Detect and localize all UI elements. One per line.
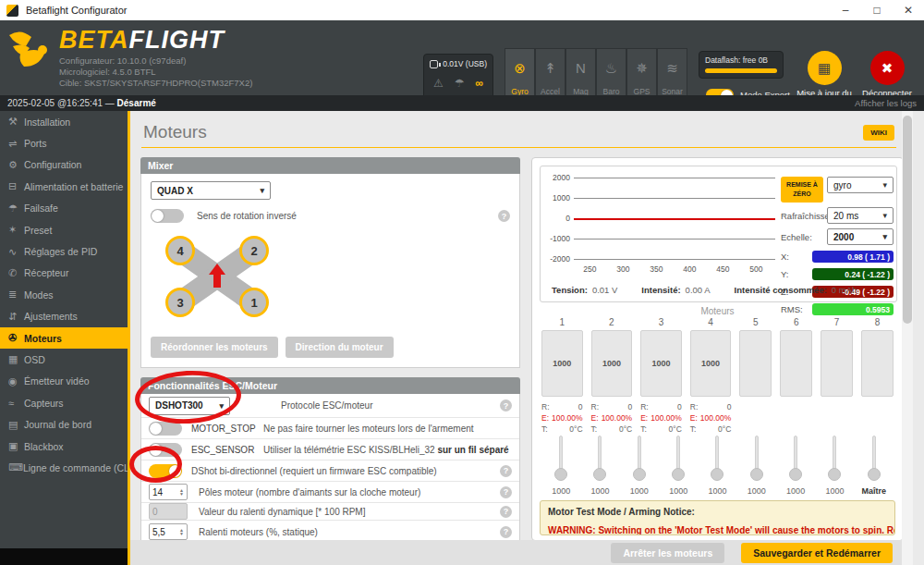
motor-poles-input[interactable]: 14▲▼ xyxy=(149,484,188,500)
help-icon[interactable]: ? xyxy=(500,506,512,518)
disconnect-button[interactable]: ✖ Déconnecter xyxy=(846,51,924,98)
slider-knob[interactable] xyxy=(828,468,841,481)
notice-warning: WARNING: Switching on the 'Motor Test Mo… xyxy=(548,525,887,535)
stepper-arrows-icon[interactable]: ▲▼ xyxy=(179,528,184,535)
slider-knob[interactable] xyxy=(672,468,685,481)
logbook-icon: ▤ xyxy=(8,419,24,431)
version-info: Configurateur: 10.10.0 (c97deaf) Microlo… xyxy=(59,55,252,89)
help-icon[interactable]: ? xyxy=(500,465,512,477)
blackbox-icon: ▣ xyxy=(8,440,24,452)
master-slider[interactable]: Maître xyxy=(855,436,894,496)
content-scrollbar[interactable] xyxy=(902,111,913,565)
slider-knob[interactable] xyxy=(789,468,802,481)
motor-test-notice: Motor Test Mode / Arming Notice: WARNING… xyxy=(540,500,895,535)
motor-slider-1[interactable]: 1000 xyxy=(541,436,580,496)
sidebar-item-configuration[interactable]: ⚙Configuration xyxy=(0,154,128,176)
betaflight-logo-icon xyxy=(7,26,55,89)
motor-slider-3[interactable]: 1000 xyxy=(620,436,659,496)
esc-protocol-select[interactable]: DSHOT300▾ xyxy=(149,397,230,415)
scrollbar-thumb[interactable] xyxy=(903,116,912,324)
motor-testing-panel: 2000 1000 0 -1000 -2000 250 300 350 xyxy=(531,157,904,541)
wiki-button[interactable]: WIKI xyxy=(863,125,894,141)
reversed-rotation-toggle[interactable] xyxy=(151,209,184,223)
motor-slider-8[interactable]: 1000 xyxy=(815,436,854,496)
show-logs-link[interactable]: Afficher les logs xyxy=(855,98,917,108)
sidebar-item-video-transmitter[interactable]: ◉Émetteur vidéo xyxy=(0,371,128,392)
sensor-gps: ✵ GPS xyxy=(626,48,657,101)
sidebar-item-blackbox[interactable]: ▣Blackbox xyxy=(0,436,128,457)
help-icon[interactable]: ? xyxy=(498,210,510,222)
sidebar-item-ports[interactable]: ⇌Ports xyxy=(0,132,128,154)
close-button[interactable]: ✕ xyxy=(893,0,924,20)
maximize-button[interactable]: □ xyxy=(861,0,893,20)
sidebar-item-sensors[interactable]: ≈Capteurs xyxy=(0,392,128,413)
axis-y-badge[interactable]: 0.24 ( -1.22 ) xyxy=(812,268,894,280)
vtx-icon: ◉ xyxy=(8,375,24,387)
save-reboot-button[interactable]: Sauvegarder et Redémarrer xyxy=(741,543,893,563)
forward-arrow-icon xyxy=(209,264,225,289)
cpu-chip-icon: ▦ xyxy=(818,60,831,77)
help-icon[interactable]: ? xyxy=(500,399,512,411)
motor-slider-7[interactable]: 1000 xyxy=(776,436,815,496)
esc-features-panel: DSHOT300▾ Protocole ESC/moteur ? MOTOR_S… xyxy=(140,394,520,544)
help-icon[interactable]: ? xyxy=(500,486,512,498)
help-icon[interactable]: ? xyxy=(500,526,512,538)
reset-zero-button[interactable]: REMISE À ZÉRO xyxy=(781,177,823,203)
chevron-down-icon: ▾ xyxy=(260,186,264,195)
motor-stop-toggle[interactable] xyxy=(149,422,182,436)
osd-icon: ▦ xyxy=(8,353,24,365)
reorder-motors-button[interactable]: Réordonner les moteurs xyxy=(151,337,278,358)
graph-source-select[interactable]: gyro▾ xyxy=(827,177,894,193)
sidebar-item-receiver[interactable]: ✆Récepteur xyxy=(0,263,128,284)
motor-3-marker: 3 xyxy=(165,288,195,317)
sidebar-item-osd[interactable]: ▦OSD xyxy=(0,349,128,370)
sonar-icon: ≋ xyxy=(666,49,678,87)
minimize-button[interactable]: – xyxy=(830,0,861,20)
axis-x-badge[interactable]: 0.98 ( 1.71 ) xyxy=(812,251,894,263)
sidebar-item-motors[interactable]: ✇Moteurs xyxy=(0,327,128,349)
static-idle-input[interactable]: 5,5▲▼ xyxy=(149,523,188,540)
esc-sensor-toggle[interactable] xyxy=(149,443,182,457)
footer-bar: Arrêter les moteurs Sauvegarder et Redém… xyxy=(130,540,902,565)
scale-select[interactable]: 2000▾ xyxy=(827,228,894,245)
arming-status: 2025-02-05 @16:25:41 — Désarmé xyxy=(7,98,156,108)
motor-direction-button[interactable]: Direction du moteur xyxy=(286,337,394,358)
motor-slider-2[interactable]: 1000 xyxy=(580,436,619,496)
motor-stop-name: MOTOR_STOP xyxy=(191,424,263,434)
slider-knob[interactable] xyxy=(593,468,606,481)
sidebar-item-pid-tuning[interactable]: ∿Réglages de PID xyxy=(0,240,128,262)
magic-wand-icon: ✶ xyxy=(8,224,24,236)
wrench-icon: ⚒ xyxy=(8,116,24,128)
mixer-panel: QUAD X▾ Sens de rotation inversé ? 4 2 3… xyxy=(140,174,520,368)
sidebar-item-installation[interactable]: ⚒Installation xyxy=(0,111,128,132)
stop-motors-button[interactable]: Arrêter les moteurs xyxy=(611,543,724,563)
refresh-select[interactable]: 20 ms▾ xyxy=(827,207,894,224)
sidebar-item-logbook[interactable]: ▤Journal de bord xyxy=(0,413,128,435)
sidebar-item-modes[interactable]: ≣Modes xyxy=(0,284,128,305)
gyro-graph-plot xyxy=(574,178,775,261)
slider-knob[interactable] xyxy=(750,468,763,481)
slider-knob[interactable] xyxy=(554,468,567,481)
sidebar-item-failsafe[interactable]: ☂Failsafe xyxy=(0,198,128,219)
sidebar-item-preset[interactable]: ✶Preset xyxy=(0,219,128,240)
sidebar-item-cli[interactable]: ⌨Ligne de commande (CLI) xyxy=(0,457,128,478)
motor-bar-7: 7 xyxy=(821,317,853,435)
sidebar-item-power-battery[interactable]: ⊟Alimentation et batterie xyxy=(0,176,128,197)
slider-knob[interactable] xyxy=(868,468,881,481)
motor-bar-4: 4 1000 R:0 E:100.00% T:0°C xyxy=(690,317,732,435)
slider-knob[interactable] xyxy=(711,468,723,481)
chevron-down-icon: ▾ xyxy=(882,211,887,220)
motor-poles-label: Pôles moteur (nombre d'aimants sur la cl… xyxy=(199,487,420,497)
mixer-type-select[interactable]: QUAD X▾ xyxy=(151,181,271,200)
chevron-down-icon: ▾ xyxy=(219,401,224,411)
motor-slider-6[interactable]: 1000 xyxy=(737,436,776,496)
dynamic-idle-input: 0 xyxy=(149,503,188,520)
reversed-rotation-label: Sens de rotation inversé xyxy=(197,211,297,221)
slider-knob[interactable] xyxy=(633,468,646,481)
sidebar-item-adjustments[interactable]: ⇵Ajustements xyxy=(0,306,128,327)
bidirectional-dshot-toggle[interactable] xyxy=(149,464,182,478)
motor-slider-5[interactable]: 1000 xyxy=(698,436,736,496)
window-titlebar: Betaflight Configurator – □ ✕ xyxy=(0,0,924,20)
stepper-arrows-icon[interactable]: ▲▼ xyxy=(179,488,184,496)
motor-slider-4[interactable]: 1000 xyxy=(659,436,698,496)
